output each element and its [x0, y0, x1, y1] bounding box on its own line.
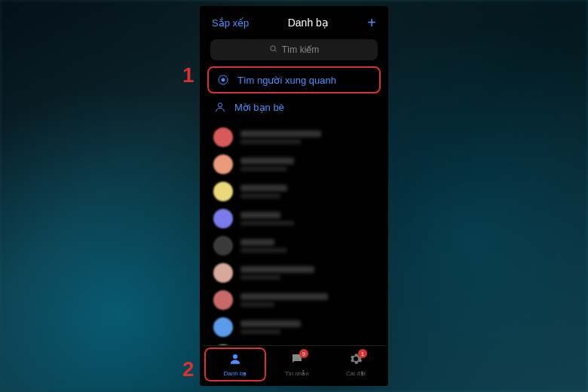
tab-settings[interactable]: 1 Cài đặt [326, 346, 385, 383]
tab-contacts[interactable]: Danh bạ [204, 348, 266, 381]
list-item[interactable] [203, 259, 385, 286]
list-item[interactable] [203, 314, 385, 341]
svg-point-3 [222, 78, 225, 81]
svg-point-5 [233, 354, 237, 359]
list-item[interactable] [203, 124, 385, 151]
list-item[interactable] [203, 286, 385, 314]
avatar [213, 182, 233, 201]
page-title: Danh bạ [288, 17, 329, 29]
header: Sắp xếp Danh bạ + [203, 9, 385, 36]
find-nearby-label: Tìm người xung quanh [237, 75, 336, 86]
callout-2: 2 [182, 357, 194, 381]
settings-badge: 1 [358, 349, 367, 358]
search-input[interactable]: Tìm kiếm [210, 39, 378, 60]
svg-line-1 [274, 51, 276, 52]
avatar [213, 155, 233, 174]
list-item[interactable] [203, 205, 385, 232]
avatar [213, 127, 233, 147]
tab-messages[interactable]: 9 Tin nhắn [268, 346, 326, 383]
avatar [213, 317, 233, 337]
avatar [213, 236, 233, 256]
messages-badge: 9 [299, 349, 308, 358]
bottom-nav: Danh bạ 9 Tin nhắn 1 Cài đặt [203, 345, 385, 383]
person-add-icon [213, 101, 227, 113]
list-item[interactable] [203, 151, 385, 178]
tab-settings-label: Cài đặt [346, 370, 366, 377]
list-item[interactable] [203, 232, 385, 259]
avatar [213, 209, 233, 228]
tab-contacts-label: Danh bạ [224, 370, 247, 377]
add-button[interactable]: + [367, 14, 376, 32]
sort-button[interactable]: Sắp xếp [212, 17, 249, 29]
contacts-icon [228, 352, 242, 369]
search-placeholder: Tìm kiếm [282, 44, 320, 55]
messages-icon: 9 [290, 352, 304, 369]
search-icon [269, 44, 277, 55]
svg-point-4 [218, 103, 222, 107]
list-item[interactable] [203, 178, 385, 205]
location-icon [216, 74, 230, 86]
avatar [213, 290, 233, 310]
tab-messages-label: Tin nhắn [285, 370, 308, 377]
find-nearby-button[interactable]: Tìm người xung quanh [207, 66, 381, 93]
invite-friends-button[interactable]: Mời bạn bè [203, 93, 385, 121]
svg-point-0 [271, 46, 275, 51]
invite-friends-label: Mời bạn bè [234, 102, 284, 113]
gear-icon: 1 [349, 352, 363, 369]
avatar [213, 263, 233, 283]
callout-1: 1 [182, 63, 194, 87]
contact-list[interactable] [203, 121, 385, 345]
phone-frame: Sắp xếp Danh bạ + Tìm kiếm Tìm người xun… [200, 6, 388, 386]
